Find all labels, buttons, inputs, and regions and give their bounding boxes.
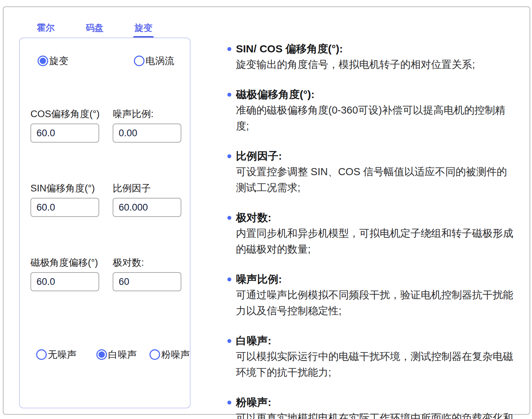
field-cos-offset: COS偏移角度(°) 60.0 [30, 108, 99, 143]
description-item-scale-factor: 比例因子: 可设置控参调整 SIN、COS 信号幅值以适应不同的被测件的测试工况… [227, 148, 514, 196]
bullet-icon [227, 47, 231, 51]
field-label: 磁极角度偏移(°) [30, 256, 99, 269]
field-label: COS偏移角度(°) [30, 108, 99, 120]
description-list: SIN/ COS 偏移角度(°): 旋变输出的角度信号，模拟电机转子的相对位置关… [227, 41, 514, 419]
description-text: 内置同步机和异步机模型，可拟电机定子绕组和转子磁极形成的磁极对的数量; [227, 225, 514, 257]
description-item-white-noise: 白噪声: 可以模拟实际运行中的电磁干扰环境，测试控制器在复杂电磁环境下的抗干扰能… [227, 333, 514, 380]
field-scale-factor: 比例因子 60.000 [113, 182, 181, 217]
resolver-settings-panel: 旋变 电涡流 COS偏移角度(°) 60.0 噪声比例: 0.00 SIN偏移角… [19, 38, 191, 408]
description-term: 粉噪声: [236, 395, 514, 410]
radio-circle-icon [36, 349, 47, 360]
bullet-icon [227, 277, 231, 281]
description-item-sin-cos-offset: SIN/ COS 偏移角度(°): 旋变输出的角度信号，模拟电机转子的相对位置关… [227, 41, 514, 73]
description-term: 比例因子: [236, 148, 514, 164]
field-sin-offset: SIN偏移角度(°) 60.0 [30, 182, 99, 217]
description-term: 噪声比例: [236, 271, 514, 287]
bullet-icon [227, 93, 231, 97]
description-item-noise-ratio: 噪声比例: 可通过噪声比例模拟不同频段干扰，验证电机控制器抗干扰能力以及信号控制… [227, 271, 514, 319]
tab-hall[interactable]: 霍尔 [35, 22, 56, 39]
description-term: 磁极偏移角度(°): [236, 87, 514, 102]
description-term: 白噪声: [236, 333, 514, 349]
field-label: 噪声比例: [113, 108, 181, 120]
field-label: 比例因子 [113, 182, 181, 195]
cos-offset-input[interactable]: 60.0 [30, 124, 99, 143]
description-item-pink-noise: 粉噪声: 可以更真实地模拟电机在实际工作环境中所面临的负载变化和噪声干扰。 [227, 395, 514, 419]
radio-white-noise[interactable]: 白噪声 [96, 348, 137, 361]
description-text: 准确的磁极偏移角度(0-360可设)补偿可以提高电机的控制精度; [227, 102, 514, 134]
radio-pink-noise[interactable]: 粉噪声 [149, 348, 190, 361]
window-frame: 霍尔 码盘 旋变 旋变 电涡流 COS偏移角度(°) 60.0 噪声比例: 0.… [3, 6, 530, 415]
description-term: 极对数: [236, 210, 514, 225]
field-pole-angle-offset: 磁极角度偏移(°) 60.0 [30, 256, 99, 291]
radio-circle-icon [38, 56, 48, 66]
radio-no-noise[interactable]: 无噪声 [36, 348, 77, 361]
radio-label: 旋变 [49, 54, 68, 67]
description-text: 可通过噪声比例模拟不同频段干扰，验证电机控制器抗干扰能力以及信号控制稳定性; [227, 287, 514, 319]
radio-circle-icon [149, 349, 160, 360]
scale-factor-input[interactable]: 60.000 [113, 198, 181, 217]
description-text: 旋变输出的角度信号，模拟电机转子的相对位置关系; [227, 57, 514, 73]
tab-bar: 霍尔 码盘 旋变 [35, 22, 154, 39]
field-noise-ratio: 噪声比例: 0.00 [113, 108, 181, 143]
radio-label: 无噪声 [48, 348, 77, 361]
bullet-icon [227, 154, 231, 158]
field-label: SIN偏移角度(°) [30, 182, 99, 195]
sin-offset-input[interactable]: 60.0 [30, 198, 99, 217]
description-text: 可以模拟实际运行中的电磁干扰环境，测试控制器在复杂电磁环境下的抗干扰能力; [227, 349, 514, 380]
radio-label: 白噪声 [108, 348, 137, 361]
field-label: 极对数: [113, 256, 181, 269]
description-text: 可以更真实地模拟电机在实际工作环境中所面临的负载变化和噪声干扰。 [227, 410, 514, 419]
noise-ratio-input[interactable]: 0.00 [113, 124, 181, 143]
pole-pairs-input[interactable]: 60 [113, 272, 181, 291]
radio-circle-icon [96, 349, 107, 360]
field-pole-pairs: 极对数: 60 [113, 256, 181, 291]
bullet-icon [227, 216, 231, 220]
radio-resolver[interactable]: 旋变 [38, 54, 68, 67]
radio-circle-icon [134, 56, 145, 66]
tab-resolver[interactable]: 旋变 [133, 22, 154, 39]
radio-label: 粉噪声 [161, 348, 190, 361]
description-text: 可设置控参调整 SIN、COS 信号幅值以适应不同的被测件的测试工况需求; [227, 164, 514, 196]
pole-angle-offset-input[interactable]: 60.0 [30, 272, 99, 291]
description-term: SIN/ COS 偏移角度(°): [236, 41, 514, 57]
description-item-pole-pairs: 极对数: 内置同步机和异步机模型，可拟电机定子绕组和转子磁极形成的磁极对的数量; [227, 210, 514, 257]
bullet-icon [227, 339, 231, 343]
tab-encoder[interactable]: 码盘 [84, 22, 105, 39]
radio-eddy-current[interactable]: 电涡流 [134, 54, 174, 67]
description-item-pole-offset: 磁极偏移角度(°): 准确的磁极偏移角度(0-360可设)补偿可以提高电机的控制… [227, 87, 514, 134]
radio-label: 电涡流 [146, 54, 174, 67]
bullet-icon [227, 401, 231, 404]
